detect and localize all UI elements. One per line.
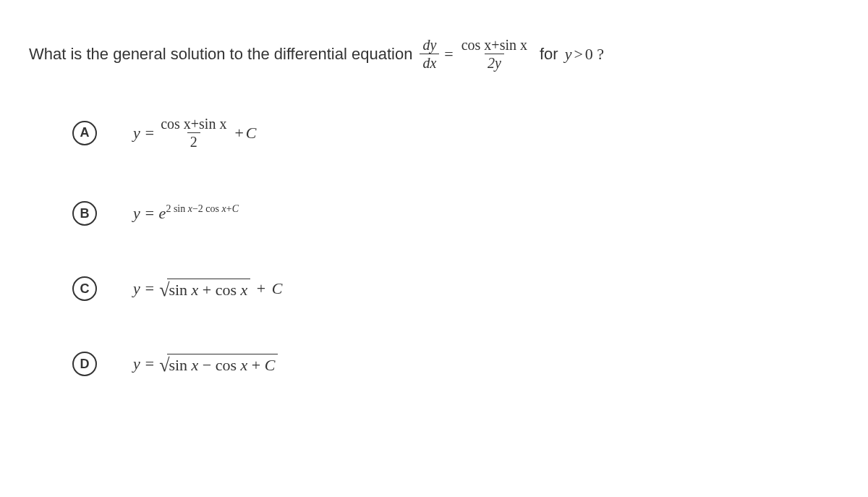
option-a-math: y = cos x+sin x 2 + C <box>133 115 257 150</box>
question-condition: y>0 ? <box>565 45 604 64</box>
question-text-part1: What is the general solution to the diff… <box>29 45 412 64</box>
option-c-math: y = √ sin x + cos x + C <box>133 279 282 300</box>
option-a-suffix: + <box>234 124 243 143</box>
frac-right-num: cos x+sin x <box>459 36 530 54</box>
option-a-letter: A <box>72 121 97 145</box>
option-d-letter: D <box>72 352 97 376</box>
question-text-part2: for <box>540 45 558 64</box>
option-a-frac-den: 2 <box>187 132 200 150</box>
option-c-letter: C <box>72 276 97 301</box>
option-b-math: y = e 2 sin x−2 cos x+C <box>133 204 239 223</box>
option-c[interactable]: C y = √ sin x + cos x + C <box>29 276 839 301</box>
frac-dx: dx <box>420 54 439 72</box>
question-equation: dy dx = cos x+sin x 2y <box>417 36 533 72</box>
option-c-sqrt: √ sin x + cos x <box>159 279 250 300</box>
question-stem: What is the general solution to the diff… <box>29 36 839 72</box>
option-b-exponent: 2 sin x−2 cos x+C <box>166 203 239 215</box>
option-d-sqrt: √ sin x − cos x + C <box>159 354 278 375</box>
equals-sign: = <box>444 45 453 64</box>
option-d[interactable]: D y = √ sin x − cos x + C <box>29 352 839 376</box>
frac-right-den: 2y <box>485 54 504 72</box>
frac-dy: dy <box>420 36 439 54</box>
option-d-math: y = √ sin x − cos x + C <box>133 354 278 375</box>
option-b-letter: B <box>72 201 97 226</box>
option-a[interactable]: A y = cos x+sin x 2 + C <box>29 115 839 150</box>
option-b[interactable]: B y = e 2 sin x−2 cos x+C <box>29 201 839 226</box>
option-a-frac-num: cos x+sin x <box>158 115 229 132</box>
